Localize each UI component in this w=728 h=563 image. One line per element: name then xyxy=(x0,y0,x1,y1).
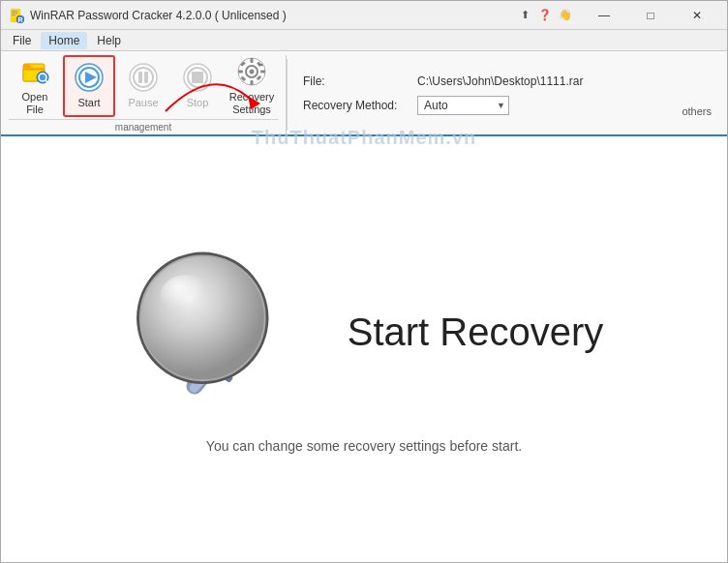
main-content: Start Recovery You can change some recov… xyxy=(1,136,727,562)
title-bar-controls: ⬆ ❓ 👋 — □ ✕ xyxy=(510,2,719,29)
file-label: File: xyxy=(303,74,410,88)
stop-button[interactable]: Stop xyxy=(171,55,224,117)
svg-rect-25 xyxy=(251,80,254,85)
menu-file[interactable]: File xyxy=(5,32,39,49)
start-label: Start xyxy=(77,97,100,109)
magnifier-icon xyxy=(125,245,289,419)
menu-home[interactable]: Home xyxy=(41,32,87,49)
svg-point-23 xyxy=(250,69,255,74)
hand-btn[interactable]: 👋 xyxy=(557,7,574,24)
hint-text: You can change some recovery settings be… xyxy=(206,438,522,454)
up-arrow-btn[interactable]: ⬆ xyxy=(516,7,533,24)
menu-bar: File Home Help xyxy=(1,30,727,51)
menu-help[interactable]: Help xyxy=(89,32,129,49)
others-label: others xyxy=(682,105,712,117)
recovery-settings-label: RecoverySettings xyxy=(229,91,274,116)
pause-button[interactable]: Pause xyxy=(117,55,169,117)
start-button[interactable]: Start xyxy=(63,55,115,117)
pause-label: Pause xyxy=(128,97,158,109)
svg-rect-24 xyxy=(251,58,254,63)
main-top: Start Recovery xyxy=(125,245,604,419)
svg-rect-17 xyxy=(144,72,148,83)
open-file-icon xyxy=(19,56,50,87)
app-window: R WinRAR Password Cracker 4.2.0.0 ( Unli… xyxy=(0,0,728,563)
minimize-button[interactable]: — xyxy=(582,2,626,29)
recovery-method-label: Recovery Method: xyxy=(303,99,410,112)
ribbon-buttons: OpenFile Start xyxy=(9,55,278,117)
start-icon xyxy=(74,62,105,93)
file-field-row: File: C:\Users\John\Desktop\1111.rar xyxy=(303,74,712,88)
recovery-settings-icon xyxy=(236,56,267,87)
file-value: C:\Users\John\Desktop\1111.rar xyxy=(417,74,712,88)
recovery-method-select[interactable]: Auto Brute Force Dictionary Smart xyxy=(417,96,509,115)
recovery-method-wrapper: Auto Brute Force Dictionary Smart ▼ xyxy=(417,96,509,115)
svg-point-38 xyxy=(160,275,211,315)
open-file-button[interactable]: OpenFile xyxy=(9,55,61,117)
recovery-method-row: Recovery Method: Auto Brute Force Dictio… xyxy=(303,96,712,115)
maximize-button[interactable]: □ xyxy=(628,2,673,29)
ribbon-right: File: C:\Users\John\Desktop\1111.rar Rec… xyxy=(288,55,727,134)
title-bar-left: R WinRAR Password Cracker 4.2.0.0 ( Unli… xyxy=(9,8,287,23)
recovery-settings-button[interactable]: RecoverySettings xyxy=(226,55,278,117)
pause-icon xyxy=(128,62,159,93)
svg-rect-1 xyxy=(12,11,17,12)
svg-text:R: R xyxy=(18,16,23,23)
svg-rect-16 xyxy=(138,72,142,83)
svg-rect-20 xyxy=(192,72,203,83)
title-bar: R WinRAR Password Cracker 4.2.0.0 ( Unli… xyxy=(1,1,727,30)
svg-rect-3 xyxy=(12,15,15,15)
ribbon-group-management: OpenFile Start xyxy=(1,55,287,134)
svg-rect-26 xyxy=(238,70,243,73)
help-btn[interactable]: ❓ xyxy=(536,7,554,24)
management-group-label: management xyxy=(9,119,278,134)
ribbon: OpenFile Start xyxy=(1,51,727,136)
svg-rect-2 xyxy=(12,13,17,14)
svg-rect-27 xyxy=(260,70,265,73)
start-recovery-text: Start Recovery xyxy=(348,311,604,354)
close-button[interactable]: ✕ xyxy=(675,2,719,29)
app-icon: R xyxy=(9,8,24,23)
stop-label: Stop xyxy=(187,97,209,109)
stop-icon xyxy=(182,62,213,93)
quick-access: ⬆ ❓ 👋 xyxy=(510,2,580,29)
open-file-label: OpenFile xyxy=(22,91,48,116)
title-text: WinRAR Password Cracker 4.2.0.0 ( Unlice… xyxy=(30,9,287,22)
